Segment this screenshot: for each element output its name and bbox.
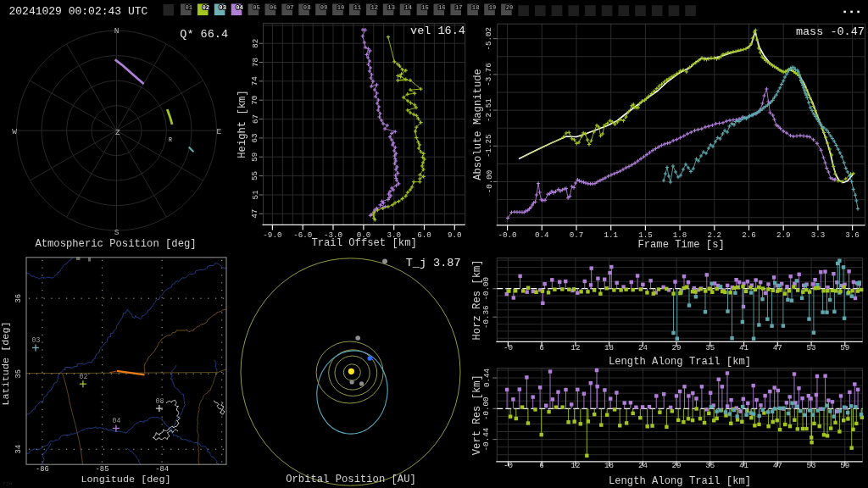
svg-text:08: 08	[303, 4, 311, 11]
svg-text:-0.0: -0.0	[498, 230, 517, 240]
svg-text:3.3: 3.3	[811, 230, 826, 240]
svg-text:47: 47	[251, 209, 260, 219]
svg-text:Longitude [deg]: Longitude [deg]	[81, 474, 170, 485]
svg-text:9.0: 9.0	[448, 230, 462, 240]
svg-text:Orbital Position [AU]: Orbital Position [AU]	[286, 474, 416, 485]
svg-text:0.4: 0.4	[535, 230, 549, 240]
svg-text:02: 02	[202, 4, 209, 11]
svg-text:20: 20	[506, 4, 514, 11]
svg-text:mass -0.47: mass -0.47	[796, 25, 865, 38]
svg-text:W: W	[12, 127, 17, 136]
svg-text:E: E	[216, 127, 221, 136]
svg-text:1.1: 1.1	[604, 230, 618, 240]
svg-text:20241029 00:02:43 UTC: 20241029 00:02:43 UTC	[9, 5, 148, 18]
svg-text:35: 35	[705, 461, 715, 470]
svg-text:2.6: 2.6	[742, 230, 756, 240]
svg-text:-3.76: -3.76	[485, 63, 494, 86]
svg-text:04: 04	[236, 4, 243, 11]
svg-text:Vert Res [km]: Vert Res [km]	[472, 374, 484, 455]
svg-text:47: 47	[773, 461, 782, 470]
svg-text:41: 41	[739, 343, 749, 352]
svg-text:05: 05	[253, 4, 260, 11]
svg-text:29: 29	[672, 343, 682, 352]
svg-text:11: 11	[354, 4, 362, 11]
svg-text:19: 19	[489, 4, 497, 11]
svg-text:08: 08	[155, 397, 164, 405]
svg-text:-6.0: -6.0	[293, 230, 312, 240]
svg-text:35: 35	[15, 369, 24, 379]
svg-text:0.7: 0.7	[570, 230, 584, 240]
svg-text:T_j 3.87: T_j 3.87	[406, 257, 461, 269]
svg-text:01: 01	[186, 4, 193, 11]
svg-text:12: 12	[570, 343, 580, 352]
svg-text:59: 59	[840, 343, 849, 352]
svg-text:-0: -0	[504, 343, 513, 352]
svg-text:41: 41	[739, 461, 749, 470]
svg-text:6: 6	[539, 343, 544, 352]
svg-text:06: 06	[270, 4, 277, 11]
svg-text:18: 18	[472, 4, 480, 11]
svg-text:16: 16	[438, 4, 446, 11]
svg-text:-9.0: -9.0	[263, 230, 281, 240]
svg-text:-0.00: -0.00	[485, 170, 494, 194]
svg-text:Latitude [deg]: Latitude [deg]	[0, 321, 12, 405]
svg-text:14: 14	[404, 4, 412, 11]
svg-text:53: 53	[807, 343, 816, 352]
svg-text:-1.25: -1.25	[485, 135, 494, 158]
svg-text:Length Along Trail [km]: Length Along Trail [km]	[609, 475, 751, 487]
svg-text:24: 24	[638, 461, 648, 470]
svg-text:Z: Z	[115, 128, 120, 137]
svg-text:6.0: 6.0	[417, 230, 431, 240]
svg-text:82: 82	[251, 39, 260, 48]
svg-text:04: 04	[112, 417, 120, 424]
svg-text:47: 47	[773, 343, 782, 352]
svg-text:S: S	[114, 228, 120, 237]
svg-text:59: 59	[250, 152, 259, 162]
svg-text:6: 6	[539, 461, 544, 470]
svg-text:24: 24	[638, 343, 648, 352]
svg-text:Q* 66.4: Q* 66.4	[180, 28, 228, 41]
svg-text:18: 18	[604, 461, 614, 470]
svg-text:17: 17	[455, 4, 463, 11]
svg-text:51: 51	[251, 190, 260, 200]
svg-text:29: 29	[672, 461, 682, 470]
svg-text:Trail Offset [km]: Trail Offset [km]	[311, 237, 416, 249]
svg-text:53: 53	[807, 461, 816, 470]
svg-text:vel 16.4: vel 16.4	[410, 25, 465, 37]
svg-text:Atmospheric Position [deg]: Atmospheric Position [deg]	[35, 238, 196, 250]
svg-text:02: 02	[79, 373, 87, 380]
svg-text:55: 55	[251, 171, 260, 180]
svg-text:-85: -85	[96, 465, 109, 474]
svg-text:Length Along Trail [km]: Length Along Trail [km]	[609, 356, 751, 368]
svg-text:N: N	[114, 26, 120, 36]
svg-text:10: 10	[337, 4, 345, 11]
svg-text:-0: -0	[504, 461, 513, 470]
svg-text:Frame Time [s]: Frame Time [s]	[637, 239, 724, 251]
svg-text:18: 18	[604, 343, 614, 352]
svg-text:-5.02: -5.02	[485, 27, 494, 51]
svg-text:-2.51: -2.51	[485, 98, 494, 122]
svg-text:67: 67	[251, 114, 260, 124]
svg-text:59: 59	[840, 461, 849, 470]
svg-text:13: 13	[387, 4, 395, 11]
svg-text:R: R	[169, 137, 172, 143]
svg-text:63: 63	[251, 133, 260, 142]
svg-text:12: 12	[570, 461, 580, 470]
svg-text:2.9: 2.9	[776, 230, 791, 240]
svg-text:-86: -86	[36, 465, 49, 474]
svg-text:Height [km]: Height [km]	[236, 90, 248, 158]
svg-text:rjw: rjw	[3, 480, 13, 486]
svg-text:-84: -84	[155, 465, 169, 474]
svg-text:35: 35	[705, 343, 715, 352]
svg-text:70: 70	[251, 96, 260, 105]
svg-text:12: 12	[370, 4, 378, 11]
svg-text:07: 07	[287, 4, 294, 11]
svg-text:36: 36	[15, 294, 24, 303]
svg-text:78: 78	[251, 58, 260, 67]
svg-text:74: 74	[250, 76, 259, 86]
svg-text:Absolute Magnitude: Absolute Magnitude	[472, 69, 484, 180]
svg-text:09: 09	[320, 4, 328, 11]
svg-text:03: 03	[219, 4, 226, 11]
svg-text:3.6: 3.6	[845, 230, 860, 240]
svg-text:34: 34	[15, 445, 24, 454]
